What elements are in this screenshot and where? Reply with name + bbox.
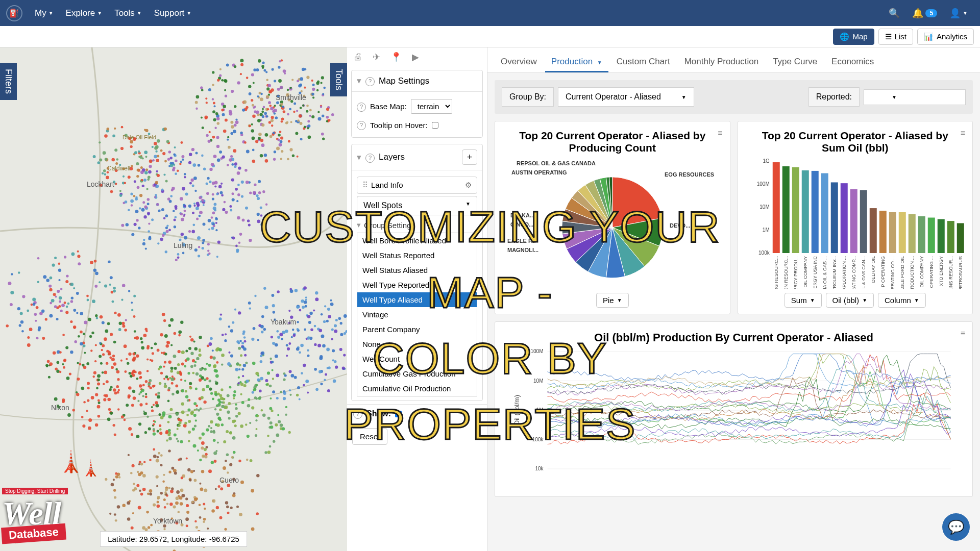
svg-point-65 bbox=[256, 68, 259, 71]
svg-rect-1698 bbox=[801, 170, 808, 253]
gear-icon[interactable] bbox=[465, 181, 472, 190]
view-list-button[interactable]: ☰ List bbox=[878, 29, 913, 45]
color-by-option[interactable]: Well Status Aliased bbox=[357, 263, 477, 278]
svg-point-1492 bbox=[153, 448, 155, 451]
tab-type-curve[interactable]: Type Curve bbox=[767, 53, 823, 72]
svg-point-677 bbox=[107, 417, 111, 421]
svg-point-1414 bbox=[173, 505, 176, 508]
logo-icon[interactable]: ⛽ bbox=[6, 5, 22, 21]
svg-rect-1726 bbox=[937, 219, 944, 253]
svg-point-1103 bbox=[236, 362, 239, 365]
pie-chart[interactable]: REPSOL OIL & GAS CANADAAUSTIN OPERATINGE… bbox=[501, 156, 724, 289]
tab-monthly-production[interactable]: Monthly Production bbox=[678, 53, 765, 72]
nav-my[interactable]: My▼ bbox=[29, 8, 60, 18]
help-icon[interactable] bbox=[357, 120, 366, 130]
color-by-option[interactable]: Vintage bbox=[357, 307, 477, 322]
help-icon[interactable] bbox=[365, 152, 375, 163]
view-map-button[interactable]: 🌐 Map bbox=[833, 29, 874, 45]
bar-type-select[interactable]: Column ▼ bbox=[878, 293, 926, 308]
bar-chart[interactable]: 1G100M10M1M100kEOG RESOURC...BURLINGTON … bbox=[744, 156, 967, 289]
color-by-option[interactable]: None bbox=[357, 337, 477, 352]
print-icon[interactable]: 🖨 bbox=[353, 52, 362, 63]
filters-tab[interactable]: Filters bbox=[0, 63, 17, 100]
user-icon[interactable]: 👤▼ bbox=[943, 8, 974, 19]
svg-point-1060 bbox=[177, 428, 179, 430]
svg-point-927 bbox=[210, 392, 213, 395]
reported-select[interactable]: ▼ bbox=[864, 89, 966, 105]
color-by-option[interactable]: Well Status Reported bbox=[357, 248, 477, 263]
pie-type-select[interactable]: Pie ▼ bbox=[596, 293, 629, 308]
svg-point-1618 bbox=[58, 269, 61, 272]
card-menu-icon[interactable]: ≡ bbox=[961, 129, 965, 138]
map-pane[interactable]: Filters Tools Smithville Lockhart Caldwe… bbox=[0, 47, 347, 551]
svg-point-261 bbox=[244, 141, 247, 144]
svg-point-1577 bbox=[36, 306, 39, 309]
svg-point-332 bbox=[177, 253, 180, 256]
tab-production[interactable]: Production ▼ bbox=[545, 53, 608, 72]
bell-icon[interactable]: 🔔5 bbox=[906, 8, 943, 19]
search-icon[interactable]: 🔍 bbox=[883, 8, 906, 19]
card-menu-icon[interactable]: ≡ bbox=[718, 129, 722, 138]
bar-agg-select[interactable]: Sum ▼ bbox=[785, 293, 822, 308]
tab-custom-chart[interactable]: Custom Chart bbox=[610, 53, 676, 72]
layer-land-info[interactable]: Land Info bbox=[357, 177, 477, 194]
svg-point-1246 bbox=[243, 364, 246, 367]
group-by-select[interactable]: Current Operator - Aliased▼ bbox=[558, 87, 694, 107]
svg-point-559 bbox=[173, 164, 175, 166]
svg-text:AUSTIN OPERATING ...: AUSTIN OPERATING ... bbox=[928, 256, 934, 289]
svg-point-1638 bbox=[80, 342, 83, 345]
svg-point-914 bbox=[80, 331, 83, 334]
nav-explore[interactable]: Explore▼ bbox=[60, 8, 109, 18]
help-icon[interactable] bbox=[353, 409, 362, 419]
map-settings-header[interactable]: ▾Map Settings bbox=[352, 70, 482, 92]
svg-point-1523 bbox=[186, 457, 188, 459]
svg-point-690 bbox=[95, 423, 98, 427]
color-by-option[interactable]: Well Type Aliased bbox=[357, 292, 477, 307]
tab-economics[interactable]: Economics bbox=[825, 53, 880, 72]
view-analytics-button[interactable]: 📊 Analytics bbox=[917, 29, 974, 45]
svg-point-1644 bbox=[61, 304, 65, 307]
svg-point-1329 bbox=[265, 306, 268, 309]
help-icon[interactable] bbox=[365, 76, 375, 86]
tools-tab[interactable]: Tools bbox=[330, 63, 347, 96]
add-layer-button[interactable]: + bbox=[462, 149, 477, 165]
layers-section: ▾Layers + Land Info Well Spots▼ ▾Group S… bbox=[351, 144, 483, 401]
reset-button[interactable]: Reset bbox=[352, 428, 387, 445]
svg-text:100k: 100k bbox=[758, 250, 770, 256]
color-by-option[interactable]: Cumulative Gas Production bbox=[357, 366, 477, 381]
layers-header[interactable]: ▾Layers + bbox=[352, 144, 482, 170]
svg-point-886 bbox=[174, 367, 177, 370]
svg-point-543 bbox=[139, 194, 142, 197]
nav-tools[interactable]: Tools▼ bbox=[108, 8, 148, 18]
svg-point-101 bbox=[288, 140, 290, 143]
show-checkbox[interactable] bbox=[395, 411, 402, 417]
send-icon[interactable]: ✈ bbox=[373, 52, 380, 63]
svg-point-1091 bbox=[211, 461, 214, 464]
base-map-select[interactable]: terrain bbox=[411, 99, 452, 114]
color-by-option[interactable]: Well Type Reported bbox=[357, 278, 477, 292]
help-icon[interactable] bbox=[357, 102, 366, 112]
line-chart[interactable]: 100M10M1M100k10kOil (bbl/m) bbox=[502, 346, 965, 489]
tab-overview[interactable]: Overview bbox=[495, 53, 543, 72]
svg-point-883 bbox=[94, 360, 96, 362]
tooltip-hover-checkbox[interactable] bbox=[432, 122, 438, 129]
svg-point-900 bbox=[93, 371, 96, 374]
color-by-option[interactable]: Parent Company bbox=[357, 322, 477, 337]
svg-point-430 bbox=[170, 157, 173, 159]
drag-icon[interactable] bbox=[362, 181, 371, 189]
svg-point-1170 bbox=[212, 357, 215, 360]
svg-point-720 bbox=[97, 415, 101, 418]
color-by-option[interactable]: Well Count bbox=[357, 352, 477, 366]
card-menu-icon[interactable]: ≡ bbox=[961, 329, 965, 338]
color-by-option[interactable]: Well Bore Profile Aliased bbox=[357, 233, 477, 248]
svg-point-1311 bbox=[244, 354, 247, 357]
color-by-option[interactable]: Cumulative Oil Production bbox=[357, 381, 477, 396]
nav-support[interactable]: Support▼ bbox=[148, 8, 198, 18]
pin-icon[interactable]: 📍 bbox=[390, 52, 402, 63]
svg-point-628 bbox=[181, 141, 183, 144]
well-spots-dropdown[interactable]: Well Spots▼ bbox=[357, 196, 477, 215]
bar-metric-select[interactable]: Oil (bbl) ▼ bbox=[826, 293, 874, 308]
chat-fab[interactable]: 💬 bbox=[942, 513, 970, 541]
play-icon[interactable]: ▶ bbox=[412, 52, 419, 63]
svg-point-504 bbox=[199, 215, 201, 217]
